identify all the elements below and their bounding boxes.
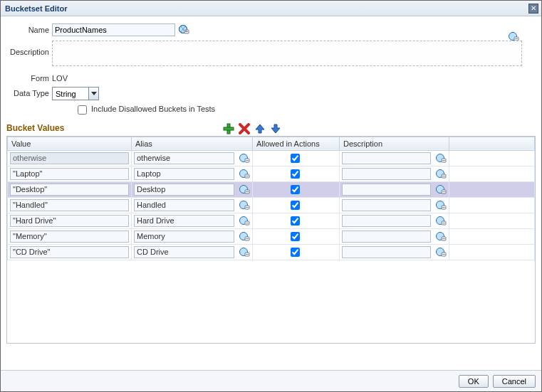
table-row[interactable] bbox=[8, 166, 535, 181]
svg-rect-4 bbox=[185, 31, 187, 31]
svg-rect-24 bbox=[246, 191, 249, 192]
table-row[interactable] bbox=[8, 228, 535, 244]
table-row[interactable] bbox=[8, 181, 535, 197]
svg-rect-9 bbox=[224, 127, 234, 130]
svg-rect-36 bbox=[246, 223, 249, 223]
form-type-value: LOV bbox=[52, 72, 68, 83]
allowed-checkbox[interactable] bbox=[291, 232, 300, 241]
svg-rect-21 bbox=[442, 176, 445, 176]
alias-input[interactable] bbox=[134, 168, 234, 180]
globe-icon[interactable] bbox=[435, 184, 447, 195]
globe-icon[interactable] bbox=[435, 231, 447, 242]
description-label: Description bbox=[1, 41, 52, 56]
globe-icon[interactable] bbox=[435, 168, 447, 179]
svg-rect-7 bbox=[515, 38, 518, 39]
table-row[interactable] bbox=[8, 197, 535, 213]
cancel-button[interactable]: Cancel bbox=[493, 375, 536, 388]
svg-rect-42 bbox=[246, 238, 249, 239]
bucket-values-grid: Value Alias Allowed in Actions Descripti… bbox=[6, 136, 536, 344]
globe-icon[interactable] bbox=[435, 246, 447, 258]
allowed-checkbox[interactable] bbox=[291, 201, 300, 210]
value-input[interactable] bbox=[10, 184, 129, 196]
col-header-description[interactable]: Description bbox=[340, 137, 449, 150]
form-panel: Name Description Form LOV Data Type Stri… bbox=[1, 16, 541, 115]
close-icon[interactable]: ✕ bbox=[528, 4, 538, 14]
name-label: Name bbox=[1, 23, 52, 34]
name-input[interactable] bbox=[52, 23, 175, 36]
bucket-values-heading: Bucket Values bbox=[6, 123, 64, 133]
toolbar bbox=[223, 123, 281, 134]
table-row[interactable] bbox=[8, 150, 535, 166]
datatype-select[interactable]: String bbox=[52, 87, 99, 100]
svg-rect-48 bbox=[246, 254, 249, 255]
titlebar: Bucketset Editor ✕ bbox=[1, 1, 541, 16]
globe-icon[interactable] bbox=[435, 215, 447, 226]
globe-icon[interactable] bbox=[239, 199, 250, 211]
svg-rect-33 bbox=[442, 207, 445, 208]
value-input[interactable] bbox=[10, 215, 129, 227]
alias-input[interactable] bbox=[134, 215, 234, 227]
allowed-checkbox[interactable] bbox=[291, 216, 300, 226]
add-icon[interactable] bbox=[223, 123, 234, 134]
table-header-row: Value Alias Allowed in Actions Descripti… bbox=[8, 137, 535, 150]
alias-input[interactable] bbox=[134, 246, 234, 258]
value-input[interactable] bbox=[10, 231, 129, 243]
row-description-input[interactable] bbox=[342, 184, 431, 196]
value-input[interactable] bbox=[10, 168, 129, 180]
globe-icon[interactable] bbox=[239, 246, 250, 258]
globe-icon[interactable] bbox=[239, 168, 250, 179]
alias-input[interactable] bbox=[134, 184, 234, 196]
ok-button[interactable]: OK bbox=[459, 375, 489, 388]
globe-icon[interactable] bbox=[178, 23, 189, 35]
svg-rect-51 bbox=[442, 254, 445, 255]
col-header-alias[interactable]: Alias bbox=[132, 137, 253, 150]
move-down-icon[interactable] bbox=[270, 123, 281, 134]
row-description-input[interactable] bbox=[342, 199, 431, 211]
globe-icon[interactable] bbox=[239, 231, 250, 242]
col-header-allowed[interactable]: Allowed in Actions bbox=[253, 137, 340, 150]
globe-icon[interactable] bbox=[239, 152, 250, 164]
allowed-checkbox[interactable] bbox=[291, 154, 300, 163]
window-title: Bucketset Editor bbox=[5, 4, 67, 13]
alias-input[interactable] bbox=[134, 231, 234, 243]
svg-rect-27 bbox=[442, 191, 445, 192]
move-up-icon[interactable] bbox=[254, 123, 266, 134]
row-description-input[interactable] bbox=[342, 168, 431, 180]
svg-rect-39 bbox=[442, 223, 445, 223]
table-row[interactable] bbox=[8, 213, 535, 228]
globe-icon[interactable] bbox=[435, 199, 447, 211]
allowed-checkbox[interactable] bbox=[291, 248, 300, 257]
include-disallowed-checkbox[interactable] bbox=[78, 105, 87, 115]
svg-rect-45 bbox=[442, 238, 445, 239]
value-input bbox=[10, 152, 129, 164]
description-input[interactable] bbox=[52, 41, 522, 66]
table-row[interactable] bbox=[8, 244, 535, 260]
allowed-checkbox[interactable] bbox=[291, 169, 300, 179]
alias-input[interactable] bbox=[134, 152, 234, 164]
include-disallowed-label: Include Disallowed Buckets in Tests bbox=[91, 105, 215, 113]
row-description-input[interactable] bbox=[342, 215, 431, 227]
chevron-down-icon[interactable] bbox=[88, 88, 98, 100]
globe-icon[interactable] bbox=[435, 152, 447, 164]
globe-icon[interactable] bbox=[239, 184, 250, 195]
value-input[interactable] bbox=[10, 199, 129, 211]
svg-rect-30 bbox=[246, 207, 249, 208]
value-input[interactable] bbox=[10, 246, 129, 258]
col-header-value[interactable]: Value bbox=[8, 137, 132, 150]
svg-rect-12 bbox=[246, 160, 249, 161]
svg-rect-18 bbox=[246, 176, 249, 176]
alias-input[interactable] bbox=[134, 199, 234, 211]
allowed-checkbox[interactable] bbox=[291, 185, 300, 194]
col-header-spacer bbox=[449, 137, 535, 150]
globe-icon[interactable] bbox=[239, 215, 250, 226]
row-description-input[interactable] bbox=[342, 152, 431, 164]
row-description-input[interactable] bbox=[342, 246, 431, 258]
delete-icon[interactable] bbox=[239, 123, 250, 134]
row-description-input[interactable] bbox=[342, 231, 431, 243]
svg-rect-3 bbox=[185, 31, 188, 32]
form-type-label: Form bbox=[1, 72, 52, 83]
svg-rect-15 bbox=[442, 160, 445, 161]
footer: OK Cancel bbox=[1, 370, 541, 391]
datatype-label: Data Type bbox=[1, 87, 52, 97]
